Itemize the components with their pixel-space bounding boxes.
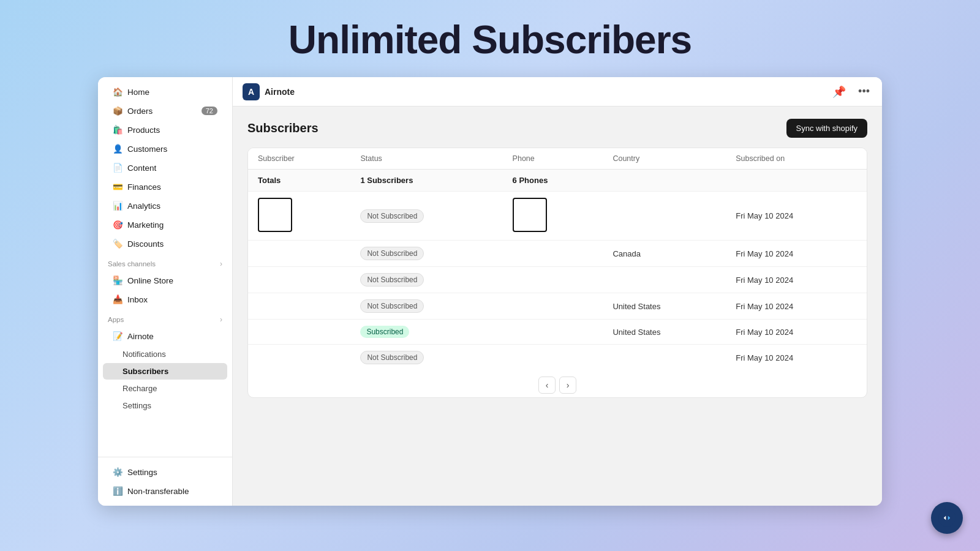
- date-cell: Fri May 10 2024: [726, 192, 867, 241]
- country-cell: [603, 267, 726, 293]
- home-icon: 🏠: [113, 87, 123, 97]
- date-cell: Fri May 10 2024: [726, 345, 867, 371]
- phone-cell: [503, 345, 603, 371]
- status-badge: Not Subscribed: [360, 247, 424, 260]
- sidebar-item-settings[interactable]: ⚙️ Settings: [103, 463, 227, 481]
- app-window: 🏠 Home 📦 Orders 72 🛍️ Products 👤 Custome…: [98, 77, 882, 506]
- sidebar-bottom: ⚙️ Settings ℹ️ Non-transferable: [98, 457, 232, 506]
- sidebar-item-marketing[interactable]: 🎯 Marketing: [103, 216, 227, 234]
- sidebar-item-finances[interactable]: 💳 Finances: [103, 178, 227, 196]
- table-row[interactable]: Not Subscribed Canada Fri May 10 2024: [248, 241, 867, 267]
- sidebar-nav: 🏠 Home 📦 Orders 72 🛍️ Products 👤 Custome…: [98, 77, 232, 457]
- fab-icon: [938, 509, 956, 527]
- svg-point-0: [938, 509, 956, 527]
- date-cell: Fri May 10 2024: [726, 241, 867, 267]
- topbar: A Airnote 📌 •••: [233, 77, 882, 107]
- page-title: Subscribers: [247, 121, 318, 135]
- sidebar-item-content[interactable]: 📄 Content: [103, 159, 227, 177]
- country-cell: [603, 192, 726, 241]
- settings-icon: ⚙️: [113, 467, 123, 477]
- sidebar-item-airnote[interactable]: 📝 Airnote: [103, 327, 227, 345]
- pin-button[interactable]: 📌: [830, 83, 848, 101]
- page-header: Subscribers Sync with shopify: [247, 119, 867, 138]
- sidebar-sub-settings[interactable]: Settings: [103, 397, 227, 414]
- sidebar-sub-notifications[interactable]: Notifications: [103, 346, 227, 362]
- status-badge: Not Subscribed: [360, 299, 424, 313]
- totals-label: Totals: [248, 170, 350, 192]
- subscriber-avatar: [248, 345, 350, 371]
- col-country: Country: [603, 148, 726, 170]
- page-body: Subscribers Sync with shopify Subscriber…: [233, 107, 882, 506]
- phone-cell: [503, 267, 603, 293]
- online-store-icon: 🏪: [113, 276, 123, 285]
- table-row[interactable]: Subscribed United States Fri May 10 2024: [248, 320, 867, 345]
- app-logo: A Airnote: [243, 83, 295, 100]
- col-status: Status: [350, 148, 502, 170]
- status-badge: Subscribed: [360, 326, 409, 338]
- subscriber-avatar: [248, 192, 350, 241]
- table-row[interactable]: Not Subscribed Fri May 10 2024: [248, 267, 867, 293]
- prev-page-button[interactable]: ‹: [538, 377, 556, 394]
- app-logo-icon: A: [243, 83, 260, 100]
- date-cell: Fri May 10 2024: [726, 293, 867, 320]
- totals-subscribers: 1 Subscribers: [350, 170, 502, 192]
- col-subscriber: Subscriber: [248, 148, 350, 170]
- sales-channels-chevron[interactable]: ›: [220, 260, 222, 268]
- country-cell: United States: [603, 320, 726, 345]
- totals-phones: 6 Phones: [503, 170, 603, 192]
- products-icon: 🛍️: [113, 125, 123, 135]
- sidebar-item-customers[interactable]: 👤 Customers: [103, 140, 227, 158]
- subscriber-avatar: [248, 320, 350, 345]
- table-row[interactable]: Not Subscribed Fri May 10 2024: [248, 345, 867, 371]
- sidebar-sub-subscribers[interactable]: Subscribers: [103, 363, 227, 380]
- sidebar-item-home[interactable]: 🏠 Home: [103, 83, 227, 101]
- phone-cell: [503, 241, 603, 267]
- sidebar-item-inbox[interactable]: 📥 Inbox: [103, 290, 227, 309]
- fab-button[interactable]: [931, 502, 963, 534]
- analytics-icon: 📊: [113, 201, 123, 211]
- hero-title: Unlimited Subscribers: [288, 0, 692, 77]
- marketing-icon: 🎯: [113, 220, 123, 230]
- customers-icon: 👤: [113, 144, 123, 154]
- main-content: A Airnote 📌 ••• Subscribers Sync with sh…: [233, 77, 882, 506]
- country-cell: United States: [603, 293, 726, 320]
- more-button[interactable]: •••: [856, 83, 872, 100]
- sidebar-item-orders[interactable]: 📦 Orders 72: [103, 102, 227, 120]
- apps-label: Apps ›: [98, 309, 232, 326]
- sync-button[interactable]: Sync with shopify: [786, 119, 867, 138]
- finances-icon: 💳: [113, 182, 123, 192]
- date-cell: Fri May 10 2024: [726, 320, 867, 345]
- info-icon: ℹ️: [113, 486, 123, 496]
- status-badge: Not Subscribed: [360, 209, 424, 223]
- subscriber-avatar: [248, 267, 350, 293]
- country-cell: Canada: [603, 241, 726, 267]
- content-icon: 📄: [113, 163, 123, 173]
- next-page-button[interactable]: ›: [559, 377, 576, 394]
- pagination: ‹ ›: [248, 370, 867, 397]
- sidebar-item-products[interactable]: 🛍️ Products: [103, 121, 227, 139]
- sales-channels-label: Sales channels ›: [98, 253, 232, 271]
- airnote-icon: 📝: [113, 331, 123, 341]
- subscribers-table: Subscriber Status Phone Country Subscrib…: [248, 148, 867, 370]
- sidebar-sub-recharge[interactable]: Recharge: [103, 380, 227, 397]
- table-card: Subscriber Status Phone Country Subscrib…: [247, 148, 867, 398]
- status-badge: Not Subscribed: [360, 273, 424, 287]
- col-subscribed-on: Subscribed on: [726, 148, 867, 170]
- apps-chevron[interactable]: ›: [220, 315, 222, 324]
- sidebar-item-online-store[interactable]: 🏪 Online Store: [103, 271, 227, 290]
- sidebar-item-discounts[interactable]: 🏷️ Discounts: [103, 234, 227, 253]
- phone-cell: [503, 192, 603, 241]
- date-cell: Fri May 10 2024: [726, 267, 867, 293]
- col-phone: Phone: [503, 148, 603, 170]
- sidebar-item-analytics[interactable]: 📊 Analytics: [103, 197, 227, 215]
- sidebar: 🏠 Home 📦 Orders 72 🛍️ Products 👤 Custome…: [98, 77, 233, 506]
- table-row[interactable]: Not Subscribed Fri May 10 2024: [248, 192, 867, 241]
- phone-cell: [503, 320, 603, 345]
- orders-icon: 📦: [113, 106, 123, 116]
- status-badge: Not Subscribed: [360, 351, 424, 364]
- table-row[interactable]: Not Subscribed United States Fri May 10 …: [248, 293, 867, 320]
- sidebar-item-non-transferable[interactable]: ℹ️ Non-transferable: [103, 482, 227, 500]
- phone-cell: [503, 293, 603, 320]
- subscriber-avatar: [248, 293, 350, 320]
- orders-badge: 72: [202, 107, 217, 115]
